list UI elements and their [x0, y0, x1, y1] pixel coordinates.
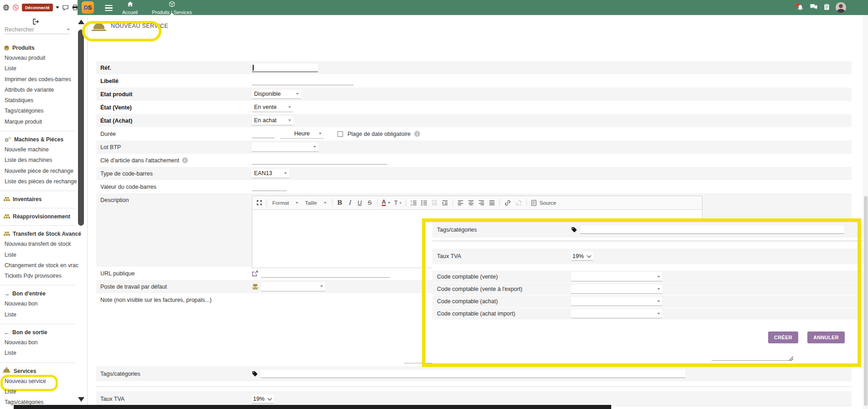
sidebar-section-title[interactable]: →Bon d'entrée	[4, 289, 76, 299]
sidebar-item[interactable]: Changement de stock en vrac	[4, 260, 78, 271]
text-input[interactable]	[252, 77, 353, 85]
select[interactable]: EAN13	[252, 169, 289, 178]
vat-select[interactable]: 19%	[252, 394, 274, 404]
globe-icon[interactable]	[3, 4, 10, 11]
select[interactable]	[571, 309, 662, 318]
toolbar-separator	[452, 199, 453, 207]
format-dropdown[interactable]: Format	[270, 198, 301, 208]
sidebar-section-title[interactable]: Inventaires	[4, 194, 76, 204]
page-scrollbar-thumb[interactable]	[864, 196, 868, 406]
sidebar-item[interactable]: Marque produit	[4, 117, 42, 127]
underline-button[interactable]: U	[355, 198, 364, 208]
search-input[interactable]: Rechercher	[5, 25, 70, 34]
sidebar-item[interactable]: Liste	[4, 387, 16, 397]
menu-accueil[interactable]: Accueil	[118, 1, 142, 15]
indent-button[interactable]	[440, 198, 450, 208]
select[interactable]: Heure	[280, 129, 324, 139]
dropdown-label: Format	[272, 200, 289, 206]
select[interactable]	[261, 282, 325, 291]
scrollbar-thumb[interactable]	[78, 30, 84, 226]
sidebar-item[interactable]: Statistiques	[4, 95, 33, 106]
sidebar-item[interactable]: Nouveau produit	[4, 53, 45, 63]
text-input[interactable]	[252, 130, 275, 138]
text-input[interactable]	[252, 183, 286, 191]
size-dropdown[interactable]: Taille	[302, 198, 329, 208]
pallet-icon	[4, 234, 5, 236]
bullist-button[interactable]	[419, 198, 429, 208]
textcolor-button[interactable]: A	[380, 198, 392, 208]
cancel-button[interactable]: ANNULER	[807, 331, 845, 343]
scroll-up-icon[interactable]	[78, 20, 84, 24]
select[interactable]	[571, 272, 662, 281]
scroll-down-icon[interactable]	[78, 397, 84, 402]
sidebar-section-title[interactable]: Produits	[4, 43, 76, 53]
select[interactable]	[571, 285, 662, 294]
sidebar-item[interactable]: Liste	[4, 63, 16, 74]
select[interactable]: Disponible	[252, 90, 301, 99]
user-avatar[interactable]	[836, 2, 846, 13]
select[interactable]	[252, 143, 318, 152]
vat-select[interactable]: 19%	[571, 252, 593, 261]
resize-handle-icon[interactable]	[789, 355, 794, 363]
sidebar-item[interactable]: Attributs de variante	[4, 85, 54, 95]
menu-produits-services[interactable]: Produits | Services	[148, 1, 196, 15]
sidebar-item[interactable]: Nouveau service	[4, 376, 46, 387]
sidebar-item[interactable]: Nouveau transfert de stock	[4, 239, 71, 249]
clipboard-icon[interactable]	[824, 3, 830, 12]
text-input[interactable]	[261, 269, 390, 278]
field-label-text: Réf.	[100, 65, 111, 71]
sidebar-item[interactable]: Liste des pièces de rechange	[4, 176, 77, 187]
link-button[interactable]	[503, 198, 513, 208]
maximize-button[interactable]	[255, 198, 264, 208]
sidebar-section-title[interactable]: Services	[4, 366, 76, 376]
sidebar-item[interactable]: Tags/catégories	[4, 106, 43, 116]
sidebar-item[interactable]: Liste	[4, 310, 16, 320]
bold-button[interactable]: B	[335, 198, 344, 208]
sidebar-item[interactable]: Liste	[4, 348, 16, 358]
field-value	[250, 154, 852, 167]
text-input[interactable]	[580, 226, 844, 234]
sidebar-item[interactable]: Nouvelle pièce de rechange	[4, 166, 73, 176]
sidebar-section-title[interactable]: Transfert de Stock Avancé	[4, 229, 76, 239]
text-input[interactable]	[261, 370, 685, 378]
sidebar-sections: ProduitsNouveau produitListeImprimer des…	[0, 40, 76, 408]
overlay-form-row: Tags/catégories	[432, 222, 863, 238]
sidebar-section-title[interactable]: Réapprovisionnement	[4, 212, 76, 222]
unlink-button[interactable]	[514, 198, 524, 208]
comment-icon[interactable]	[62, 4, 69, 11]
sidebar-item[interactable]: Nouveau bon	[4, 299, 38, 309]
topbar: DS Accueil Produits | Services	[78, 0, 868, 15]
align-center-button[interactable]	[466, 198, 476, 208]
sidebar-item[interactable]: Liste	[4, 250, 16, 260]
text-input[interactable]	[252, 64, 318, 72]
numlist-button[interactable]: 12	[409, 198, 418, 208]
hamburger-menu-icon[interactable]	[105, 5, 113, 12]
sidebar-section-title[interactable]: ←Bon de sortie	[4, 327, 76, 337]
sidebar-item[interactable]: Nouvelle machine	[4, 145, 49, 155]
justify-button[interactable]	[487, 198, 497, 208]
italic-button[interactable]: I	[345, 198, 354, 208]
select[interactable]: En achat	[252, 116, 293, 125]
disconnected-badge[interactable]: Déconnecté	[22, 4, 53, 11]
outdent-button[interactable]	[430, 198, 439, 208]
sidebar-item[interactable]: Nouveau bon	[4, 337, 38, 348]
date-range-checkbox[interactable]	[338, 131, 343, 137]
chat-icon[interactable]	[810, 3, 818, 12]
select[interactable]	[571, 297, 662, 306]
app-logo[interactable]: DS	[82, 1, 94, 14]
sidebar-item[interactable]: Liste des machines	[4, 155, 52, 166]
sidebar-section-title[interactable]: Machines & Piéces	[4, 135, 76, 145]
sidebar-item[interactable]: Tickets Pdv provisoires	[4, 271, 62, 281]
whatsapp-icon[interactable]	[12, 4, 19, 11]
sidebar-item[interactable]: Imprimer des codes-barres	[4, 74, 71, 85]
create-button[interactable]: CRÉER	[768, 331, 798, 343]
badge-caret-icon[interactable]	[56, 6, 59, 9]
notifications-bell-icon[interactable]	[797, 4, 804, 11]
removeformat-button[interactable]: Tx	[393, 198, 403, 208]
source-button[interactable]: Source	[530, 198, 557, 208]
align-right-button[interactable]	[477, 198, 486, 208]
text-input[interactable]	[252, 156, 387, 165]
strike-button[interactable]: S	[365, 198, 374, 208]
select[interactable]: En vente	[252, 103, 293, 112]
align-left-button[interactable]	[456, 198, 465, 208]
